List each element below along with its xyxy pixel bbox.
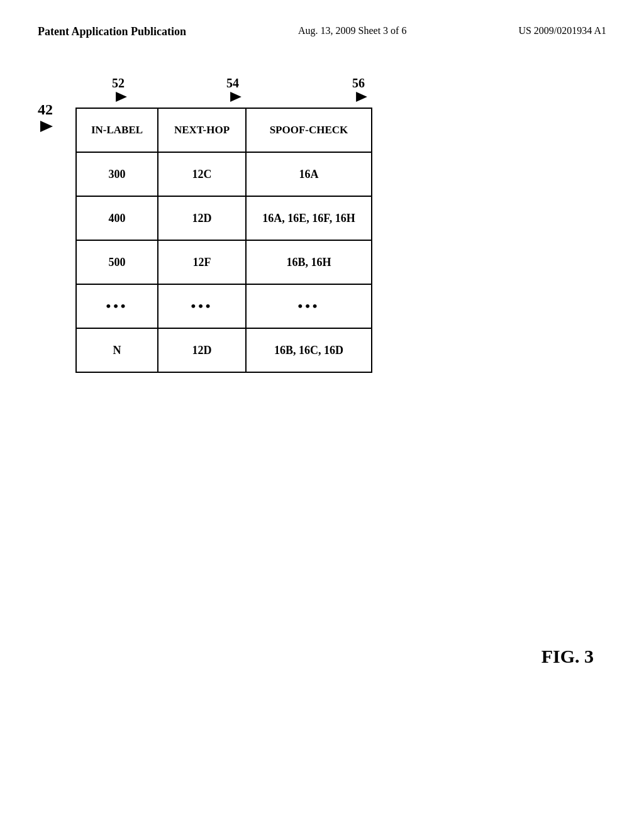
arrow-54-icon	[230, 92, 242, 102]
cell-spoof-2: 16A, 16E, 16F, 16H	[246, 196, 372, 240]
label-56: 56	[352, 76, 367, 104]
cell-nexthop-3: 12F	[158, 240, 246, 284]
diagram-area: 42 52 54 56	[0, 51, 644, 743]
arrow-42-icon	[40, 121, 53, 132]
table-row: 300 12C 16A	[76, 152, 372, 196]
header-date-sheet: Aug. 13, 2009 Sheet 3 of 6	[298, 25, 406, 36]
table-row: 400 12D 16A, 16E, 16F, 16H	[76, 196, 372, 240]
table-header-row: IN-LABEL NEXT-HOP SPOOF-CHECK	[76, 108, 372, 152]
svg-marker-1	[116, 92, 127, 102]
cell-inlabel-n: N	[76, 328, 158, 372]
cell-nexthop-n: 12D	[158, 328, 246, 372]
table-row: ••• ••• •••	[76, 284, 372, 328]
header-publication-title: Patent Application Publication	[38, 25, 186, 38]
label-54: 54	[226, 76, 242, 104]
col-header-spoof: SPOOF-CHECK	[246, 108, 372, 152]
cell-nexthop-2: 12D	[158, 196, 246, 240]
svg-marker-0	[40, 121, 53, 132]
fig-text: FIG. 3	[541, 646, 594, 667]
cell-inlabel-dots: •••	[76, 284, 158, 328]
arrow-56-icon	[356, 92, 367, 102]
cell-nexthop-1: 12C	[158, 152, 246, 196]
table-container: IN-LABEL NEXT-HOP SPOOF-CHECK 300 12C 16…	[75, 108, 372, 373]
cell-nexthop-dots: •••	[158, 284, 246, 328]
cell-inlabel-3: 500	[76, 240, 158, 284]
cell-spoof-n: 16B, 16C, 16D	[246, 328, 372, 372]
routing-table: IN-LABEL NEXT-HOP SPOOF-CHECK 300 12C 16…	[75, 108, 372, 373]
cell-spoof-dots: •••	[246, 284, 372, 328]
header-patent-number: US 2009/0201934 A1	[518, 25, 606, 36]
cell-inlabel-1: 300	[76, 152, 158, 196]
table-row: 500 12F 16B, 16H	[76, 240, 372, 284]
col-header-nexthop: NEXT-HOP	[158, 108, 246, 152]
svg-marker-2	[230, 92, 242, 102]
col-header-inlabel: IN-LABEL	[76, 108, 158, 152]
label-52: 52	[112, 76, 127, 104]
cell-inlabel-2: 400	[76, 196, 158, 240]
figure-label: FIG. 3	[541, 646, 594, 667]
svg-marker-3	[356, 92, 367, 102]
cell-spoof-3: 16B, 16H	[246, 240, 372, 284]
table-row: N 12D 16B, 16C, 16D	[76, 328, 372, 372]
cell-spoof-1: 16A	[246, 152, 372, 196]
page-header: Patent Application Publication Aug. 13, …	[0, 0, 644, 51]
arrow-52-icon	[116, 92, 127, 102]
label-42: 42	[38, 101, 53, 135]
